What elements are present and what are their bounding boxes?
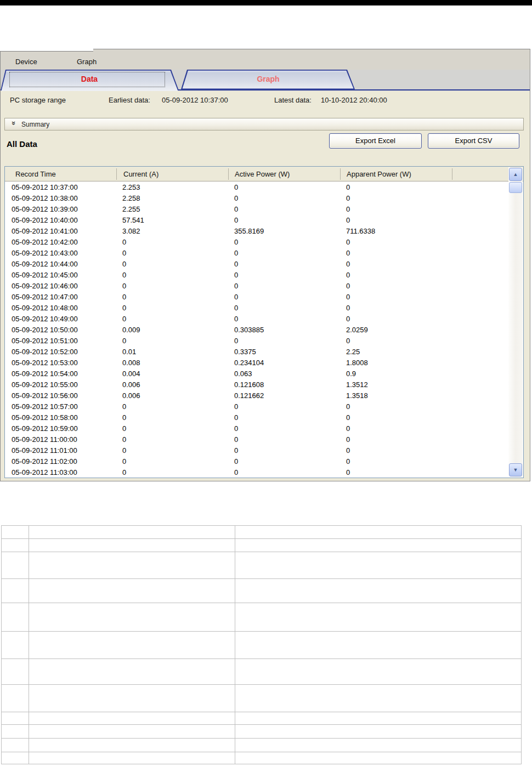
table-cell: 1.3512 [346, 379, 368, 390]
table-row[interactable]: 05-09-2012 11:03:00000 [5, 467, 508, 478]
table-row[interactable]: 05-09-2012 10:42:00000 [5, 237, 508, 248]
table-row[interactable]: 05-09-2012 10:58:00000 [5, 412, 508, 423]
table-row[interactable]: 05-09-2012 10:45:00000 [5, 270, 508, 281]
window-border [530, 49, 530, 481]
document-top-bar [0, 0, 532, 5]
table-row[interactable]: 05-09-2012 10:40:0057.54100 [5, 215, 508, 226]
table-cell: 05-09-2012 10:39:00 [12, 204, 78, 215]
column-header-active-power[interactable]: Active Power (W) [235, 170, 290, 178]
table-cell: 0 [122, 434, 126, 445]
table-cell: 0 [122, 237, 126, 248]
table-row[interactable]: 05-09-2012 10:43:00000 [5, 248, 508, 259]
scroll-down-icon[interactable]: ▼ [509, 463, 522, 476]
table-row[interactable]: 05-09-2012 10:49:00000 [5, 314, 508, 325]
grid-row [2, 579, 522, 603]
table-cell: 05-09-2012 10:41:00 [12, 226, 78, 237]
table-row[interactable]: 05-09-2012 10:41:003.082355.8169711.6338 [5, 226, 508, 237]
grid-row [2, 632, 522, 659]
table-cell: 0.121608 [234, 379, 264, 390]
table-cell: 0 [234, 292, 238, 303]
table-cell: 0 [234, 237, 238, 248]
table-row[interactable]: 05-09-2012 10:57:00000 [5, 401, 508, 412]
grid-cell [29, 725, 235, 739]
menu-item-device[interactable]: Device [15, 58, 37, 66]
table-cell: 05-09-2012 11:02:00 [12, 456, 77, 467]
grid-cell [235, 712, 522, 725]
table-cell: 0 [122, 270, 126, 281]
table-cell: 3.082 [122, 226, 140, 237]
table-cell: 1.8008 [346, 357, 368, 368]
table-cell: 0 [346, 270, 350, 281]
table-row[interactable]: 05-09-2012 10:50:000.0090.3038852.0259 [5, 325, 508, 336]
column-header-apparent-power[interactable]: Apparent Power (W) [347, 170, 411, 178]
column-header-record-time[interactable]: Record Time [15, 170, 56, 178]
table-cell: 0 [122, 412, 126, 423]
table-cell: 0 [234, 336, 238, 347]
table-row[interactable]: 05-09-2012 10:47:00000 [5, 292, 508, 303]
export-csv-button[interactable]: Export CSV [428, 133, 519, 149]
table-row[interactable]: 05-09-2012 10:37:002.25300 [5, 182, 508, 193]
table-row[interactable]: 05-09-2012 11:00:00000 [5, 434, 508, 445]
table-cell: 0.01 [122, 347, 136, 357]
table-cell: 0 [122, 456, 126, 467]
table-cell: 0 [234, 270, 238, 281]
window-top-notch [0, 49, 93, 52]
scrollbar-thumb[interactable] [509, 182, 522, 193]
table-cell: 0 [346, 204, 350, 215]
grid-row [2, 725, 522, 739]
table-row[interactable]: 05-09-2012 10:55:000.0060.1216081.3512 [5, 379, 508, 390]
grid-row [2, 752, 522, 764]
table-row[interactable]: 05-09-2012 10:44:00000 [5, 259, 508, 270]
table-row[interactable]: 05-09-2012 10:38:002.25800 [5, 193, 508, 204]
menu-item-graph[interactable]: Graph [77, 58, 97, 66]
table-cell: 0 [234, 182, 238, 193]
table-cell: 0.234104 [234, 357, 264, 368]
table-header: Record Time Current (A) Active Power (W)… [5, 167, 523, 181]
table-cell: 05-09-2012 10:58:00 [12, 412, 78, 423]
export-excel-button[interactable]: Export Excel [329, 133, 422, 149]
grid-cell [29, 752, 235, 764]
table-cell: 0 [122, 292, 126, 303]
table-cell: 0 [234, 434, 238, 445]
table-cell: 0 [346, 423, 350, 434]
table-row[interactable]: 05-09-2012 10:39:002.25500 [5, 204, 508, 215]
table-cell: 05-09-2012 10:43:00 [12, 248, 78, 259]
table-row[interactable]: 05-09-2012 10:46:00000 [5, 281, 508, 292]
grid-cell [2, 632, 29, 659]
table-row[interactable]: 05-09-2012 11:01:00000 [5, 445, 508, 456]
table-cell: 0 [234, 467, 238, 478]
grid-cell [29, 579, 235, 603]
grid-cell [2, 685, 29, 712]
summary-expander[interactable]: » Summary [4, 118, 524, 130]
scroll-up-icon[interactable]: ▲ [509, 168, 522, 181]
table-cell: 05-09-2012 10:44:00 [12, 259, 78, 270]
table-row[interactable]: 05-09-2012 10:54:000.0040.0630.9 [5, 368, 508, 379]
tab-graph-label[interactable]: Graph [182, 75, 355, 83]
table-cell: 0 [346, 412, 350, 423]
vertical-scrollbar[interactable]: ▲ ▼ [508, 167, 523, 477]
table-cell: 57.541 [122, 215, 144, 226]
table-row[interactable]: 05-09-2012 10:53:000.0080.2341041.8008 [5, 357, 508, 368]
grid-row [2, 552, 522, 579]
tab-data-label[interactable]: Data [1, 75, 178, 83]
table-row[interactable]: 05-09-2012 10:59:00000 [5, 423, 508, 434]
table-cell: 0 [122, 445, 126, 456]
table-row[interactable]: 05-09-2012 10:52:000.010.33752.25 [5, 347, 508, 357]
table-cell: 0 [234, 303, 238, 314]
column-separator [340, 168, 341, 180]
grid-cell [29, 739, 235, 752]
table-cell: 0 [234, 215, 238, 226]
column-header-current[interactable]: Current (A) [123, 170, 159, 178]
grid-cell [2, 739, 29, 752]
table-row[interactable]: 05-09-2012 10:48:00000 [5, 303, 508, 314]
earliest-data-label: Earliest data: [109, 96, 150, 104]
section-title: All Data [7, 139, 37, 149]
tab-strip: Data Graph [1, 70, 530, 91]
menu-bar: Device Graph [0, 49, 530, 70]
column-separator [228, 168, 229, 180]
grid-row [2, 739, 522, 752]
table-row[interactable]: 05-09-2012 10:51:00000 [5, 336, 508, 347]
table-row[interactable]: 05-09-2012 10:56:000.0060.1216621.3518 [5, 390, 508, 401]
grid-cell [29, 603, 235, 632]
table-row[interactable]: 05-09-2012 11:02:00000 [5, 456, 508, 467]
